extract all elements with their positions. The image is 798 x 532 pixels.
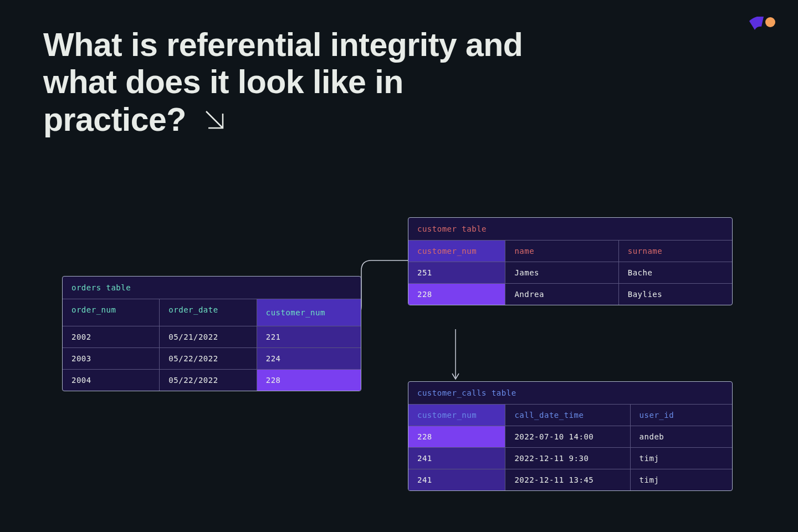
customer-table: customer table customer_num name surname… — [408, 217, 733, 305]
cell: 2003 — [63, 348, 160, 369]
cell: 2004 — [63, 370, 160, 391]
customer-col-surname: surname — [619, 241, 732, 262]
calls-col-customer-num: customer_num — [408, 405, 505, 426]
cell: Baylies — [619, 284, 732, 305]
cell: 2022-12-11 13:45 — [505, 469, 630, 490]
table-row: 2002 05/21/2022 221 — [63, 326, 361, 347]
cell: Bache — [619, 262, 732, 283]
table-row: 228 Andrea Baylies — [408, 283, 732, 305]
calls-col-user-id: user_id — [631, 405, 732, 426]
cell: James — [505, 262, 618, 283]
cell: 241 — [408, 448, 505, 469]
calls-header-row: customer_num call_date_time user_id — [408, 404, 732, 426]
page-title: What is referential integrity and what d… — [43, 27, 542, 141]
table-row: 2003 05/22/2022 224 — [63, 347, 361, 369]
customer-col-customer-num: customer_num — [408, 241, 505, 262]
title-text: What is referential integrity and what d… — [43, 27, 523, 138]
orders-header-row: order_num order_date customer_num — [63, 299, 361, 326]
cell-highlight: 228 — [408, 426, 505, 447]
customer-col-name: name — [505, 241, 618, 262]
arrow-down-right-icon — [202, 103, 227, 140]
table-row: 251 James Bache — [408, 262, 732, 283]
cell: 251 — [408, 262, 505, 283]
calls-caption: customer_calls table — [408, 382, 732, 404]
orders-caption: orders table — [63, 277, 361, 299]
table-row: 241 2022-12-11 13:45 timj — [408, 469, 732, 490]
table-row: 2004 05/22/2022 228 — [63, 369, 361, 391]
cell-highlight: 228 — [257, 370, 361, 391]
cell-highlight: 228 — [408, 284, 505, 305]
cell: Andrea — [505, 284, 618, 305]
cell: 2022-12-11 9:30 — [505, 448, 630, 469]
cell: timj — [631, 469, 732, 490]
orders-col-customer-num: customer_num — [257, 299, 361, 326]
cell: 05/22/2022 — [160, 348, 257, 369]
orders-table: orders table order_num order_date custom… — [62, 276, 361, 391]
cell: andeb — [631, 426, 732, 447]
calls-col-call-date-time: call_date_time — [505, 405, 630, 426]
svg-point-0 — [765, 17, 775, 27]
cell: 2002 — [63, 326, 160, 347]
connector-customer-to-calls — [449, 329, 466, 385]
orders-col-order-num: order_num — [63, 299, 160, 326]
brand-logo — [745, 17, 778, 47]
customer-header-row: customer_num name surname — [408, 240, 732, 262]
customer-calls-table: customer_calls table customer_num call_d… — [408, 381, 733, 491]
cell: 221 — [257, 326, 361, 347]
cell: 241 — [408, 469, 505, 490]
cell: 2022-07-10 14:00 — [505, 426, 630, 447]
cell: timj — [631, 448, 732, 469]
orders-col-order-date: order_date — [160, 299, 257, 326]
cell: 05/22/2022 — [160, 370, 257, 391]
table-row: 241 2022-12-11 9:30 timj — [408, 447, 732, 469]
customer-caption: customer table — [408, 218, 732, 240]
table-row: 228 2022-07-10 14:00 andeb — [408, 426, 732, 447]
connector-customer-to-orders — [355, 238, 410, 321]
cell: 224 — [257, 348, 361, 369]
cell: 05/21/2022 — [160, 326, 257, 347]
